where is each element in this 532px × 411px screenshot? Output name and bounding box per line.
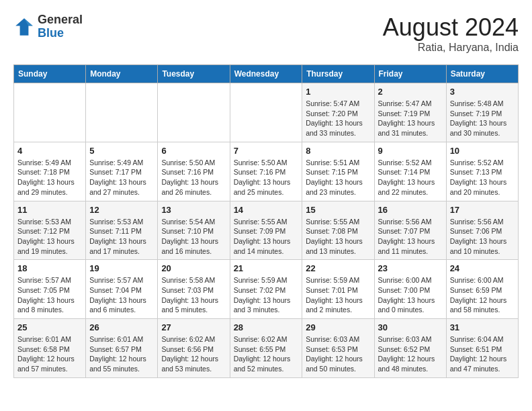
day-number: 27: [161, 322, 226, 332]
day-number: 23: [378, 263, 443, 273]
day-info: Sunrise: 6:01 AM Sunset: 6:58 PM Dayligh…: [17, 334, 82, 374]
day-number: 19: [89, 263, 154, 273]
day-info: Sunrise: 6:02 AM Sunset: 6:56 PM Dayligh…: [161, 334, 226, 374]
weekday-header-thursday: Thursday: [302, 65, 374, 83]
svg-marker-0: [15, 18, 33, 36]
calendar-cell: 19Sunrise: 5:57 AM Sunset: 7:04 PM Dayli…: [86, 260, 158, 319]
day-info: Sunrise: 5:51 AM Sunset: 7:15 PM Dayligh…: [306, 158, 370, 197]
day-info: Sunrise: 6:03 AM Sunset: 6:53 PM Dayligh…: [306, 334, 370, 374]
day-info: Sunrise: 5:50 AM Sunset: 7:16 PM Dayligh…: [161, 158, 226, 197]
day-number: 29: [306, 322, 370, 332]
day-info: Sunrise: 5:49 AM Sunset: 7:17 PM Dayligh…: [89, 158, 154, 197]
day-info: Sunrise: 6:00 AM Sunset: 6:59 PM Dayligh…: [450, 275, 515, 315]
day-info: Sunrise: 5:54 AM Sunset: 7:10 PM Dayligh…: [161, 217, 226, 257]
day-number: 22: [306, 263, 370, 273]
calendar-cell: 24Sunrise: 6:00 AM Sunset: 6:59 PM Dayli…: [446, 260, 518, 319]
day-info: Sunrise: 5:57 AM Sunset: 7:04 PM Dayligh…: [89, 275, 154, 315]
day-number: 28: [234, 322, 299, 332]
day-info: Sunrise: 5:55 AM Sunset: 7:09 PM Dayligh…: [234, 217, 299, 257]
calendar-cell: 9Sunrise: 5:52 AM Sunset: 7:14 PM Daylig…: [374, 142, 446, 201]
day-info: Sunrise: 5:56 AM Sunset: 7:07 PM Dayligh…: [378, 217, 443, 257]
day-number: 14: [234, 205, 299, 215]
weekday-header-wednesday: Wednesday: [230, 65, 302, 83]
day-number: 5: [89, 146, 154, 156]
calendar-cell: 22Sunrise: 5:59 AM Sunset: 7:01 PM Dayli…: [302, 260, 374, 319]
calendar-cell: 3Sunrise: 5:48 AM Sunset: 7:19 PM Daylig…: [446, 83, 518, 142]
day-number: 2: [378, 87, 443, 97]
page-header: General Blue August 2024 Ratia, Haryana,…: [13, 13, 519, 54]
day-info: Sunrise: 5:55 AM Sunset: 7:08 PM Dayligh…: [306, 217, 370, 257]
calendar-cell: 12Sunrise: 5:53 AM Sunset: 7:11 PM Dayli…: [86, 201, 158, 260]
day-info: Sunrise: 5:56 AM Sunset: 7:06 PM Dayligh…: [450, 217, 515, 257]
day-number: 31: [450, 322, 515, 332]
day-number: 4: [17, 146, 82, 156]
weekday-header-monday: Monday: [86, 65, 158, 83]
calendar-cell: 20Sunrise: 5:58 AM Sunset: 7:03 PM Dayli…: [158, 260, 230, 319]
day-number: 16: [378, 205, 443, 215]
day-number: 26: [89, 322, 154, 332]
calendar-cell: 29Sunrise: 6:03 AM Sunset: 6:53 PM Dayli…: [302, 319, 374, 378]
calendar-cell: 6Sunrise: 5:50 AM Sunset: 7:16 PM Daylig…: [158, 142, 230, 201]
day-info: Sunrise: 5:58 AM Sunset: 7:03 PM Dayligh…: [161, 275, 226, 315]
day-number: 1: [306, 87, 370, 97]
day-info: Sunrise: 5:53 AM Sunset: 7:11 PM Dayligh…: [89, 217, 154, 257]
logo-text: General Blue: [38, 13, 83, 40]
calendar-cell: 25Sunrise: 6:01 AM Sunset: 6:58 PM Dayli…: [14, 319, 86, 378]
day-info: Sunrise: 6:03 AM Sunset: 6:52 PM Dayligh…: [378, 334, 443, 374]
calendar-cell: 31Sunrise: 6:04 AM Sunset: 6:51 PM Dayli…: [446, 319, 518, 378]
day-info: Sunrise: 6:00 AM Sunset: 7:00 PM Dayligh…: [378, 275, 443, 315]
day-info: Sunrise: 5:52 AM Sunset: 7:14 PM Dayligh…: [378, 158, 443, 197]
day-number: 8: [306, 146, 370, 156]
weekday-header-sunday: Sunday: [14, 65, 86, 83]
calendar-cell: 26Sunrise: 6:01 AM Sunset: 6:57 PM Dayli…: [86, 319, 158, 378]
calendar-cell: [230, 83, 302, 142]
day-info: Sunrise: 5:59 AM Sunset: 7:02 PM Dayligh…: [234, 275, 299, 315]
day-number: 21: [234, 263, 299, 273]
week-row-2: 4Sunrise: 5:49 AM Sunset: 7:18 PM Daylig…: [14, 142, 519, 201]
day-info: Sunrise: 5:52 AM Sunset: 7:13 PM Dayligh…: [450, 158, 515, 197]
calendar-cell: 8Sunrise: 5:51 AM Sunset: 7:15 PM Daylig…: [302, 142, 374, 201]
day-info: Sunrise: 6:01 AM Sunset: 6:57 PM Dayligh…: [89, 334, 154, 374]
month-title: August 2024: [383, 13, 519, 42]
day-info: Sunrise: 5:47 AM Sunset: 7:20 PM Dayligh…: [306, 99, 370, 138]
title-block: August 2024 Ratia, Haryana, India: [383, 13, 519, 54]
calendar-cell: 7Sunrise: 5:50 AM Sunset: 7:16 PM Daylig…: [230, 142, 302, 201]
day-number: 30: [378, 322, 443, 332]
calendar-cell: 15Sunrise: 5:55 AM Sunset: 7:08 PM Dayli…: [302, 201, 374, 260]
location-title: Ratia, Haryana, India: [383, 42, 519, 54]
week-row-3: 11Sunrise: 5:53 AM Sunset: 7:12 PM Dayli…: [14, 201, 519, 260]
day-info: Sunrise: 5:48 AM Sunset: 7:19 PM Dayligh…: [450, 99, 515, 138]
calendar-cell: 21Sunrise: 5:59 AM Sunset: 7:02 PM Dayli…: [230, 260, 302, 319]
calendar-table: SundayMondayTuesdayWednesdayThursdayFrid…: [13, 64, 519, 378]
logo-icon: [13, 16, 35, 38]
calendar-cell: 4Sunrise: 5:49 AM Sunset: 7:18 PM Daylig…: [14, 142, 86, 201]
calendar-cell: 23Sunrise: 6:00 AM Sunset: 7:00 PM Dayli…: [374, 260, 446, 319]
calendar-cell: 28Sunrise: 6:02 AM Sunset: 6:55 PM Dayli…: [230, 319, 302, 378]
day-number: 25: [17, 322, 82, 332]
day-number: 17: [450, 205, 515, 215]
day-number: 12: [89, 205, 154, 215]
day-info: Sunrise: 5:57 AM Sunset: 7:05 PM Dayligh…: [17, 275, 82, 315]
calendar-cell: [14, 83, 86, 142]
calendar-cell: 16Sunrise: 5:56 AM Sunset: 7:07 PM Dayli…: [374, 201, 446, 260]
day-info: Sunrise: 5:47 AM Sunset: 7:19 PM Dayligh…: [378, 99, 443, 138]
week-row-1: 1Sunrise: 5:47 AM Sunset: 7:20 PM Daylig…: [14, 83, 519, 142]
calendar-cell: [86, 83, 158, 142]
day-info: Sunrise: 5:53 AM Sunset: 7:12 PM Dayligh…: [17, 217, 82, 257]
day-info: Sunrise: 5:49 AM Sunset: 7:18 PM Dayligh…: [17, 158, 82, 197]
day-info: Sunrise: 5:59 AM Sunset: 7:01 PM Dayligh…: [306, 275, 370, 315]
day-info: Sunrise: 6:04 AM Sunset: 6:51 PM Dayligh…: [450, 334, 515, 374]
day-info: Sunrise: 6:02 AM Sunset: 6:55 PM Dayligh…: [234, 334, 299, 374]
day-number: 20: [161, 263, 226, 273]
weekday-header-tuesday: Tuesday: [158, 65, 230, 83]
calendar-cell: 11Sunrise: 5:53 AM Sunset: 7:12 PM Dayli…: [14, 201, 86, 260]
calendar-cell: 2Sunrise: 5:47 AM Sunset: 7:19 PM Daylig…: [374, 83, 446, 142]
calendar-cell: 10Sunrise: 5:52 AM Sunset: 7:13 PM Dayli…: [446, 142, 518, 201]
weekday-header-row: SundayMondayTuesdayWednesdayThursdayFrid…: [14, 65, 519, 83]
day-number: 10: [450, 146, 515, 156]
day-number: 11: [17, 205, 82, 215]
day-number: 9: [378, 146, 443, 156]
calendar-cell: [158, 83, 230, 142]
calendar-cell: 13Sunrise: 5:54 AM Sunset: 7:10 PM Dayli…: [158, 201, 230, 260]
logo-general-text: General: [38, 13, 83, 27]
